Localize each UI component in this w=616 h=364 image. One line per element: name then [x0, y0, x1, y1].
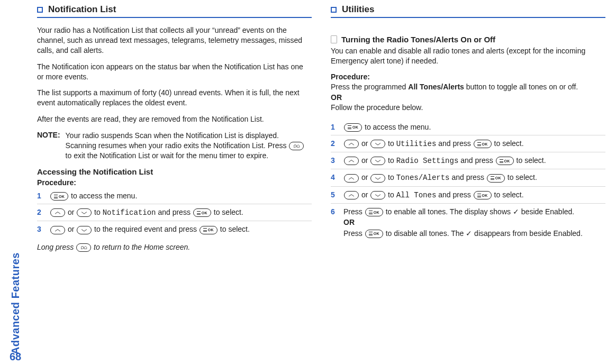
subheading-text: Turning the Radio Tones/Alerts On or Off	[341, 35, 495, 44]
menu-ok-key-icon: OK	[344, 123, 362, 132]
text-to: to	[386, 190, 396, 199]
or-label-inline: OR	[343, 218, 355, 226]
text-b: button to toggle all tones on or off.	[464, 83, 578, 91]
step-body: OK to access the menu.	[50, 190, 312, 201]
step-row: 4 or to Tones/Alerts and press OK to sel…	[331, 169, 605, 186]
paragraph: After the events are read, they are remo…	[37, 114, 312, 124]
footer-a: Long press	[37, 243, 76, 251]
note-label: NOTE:	[37, 131, 60, 161]
step-row: 2 or to Notification and press OK to sel…	[37, 204, 312, 221]
note-text-b: to exit the Notification List or wait fo…	[66, 151, 269, 160]
step-number: 3	[37, 224, 44, 234]
page-number: 68	[10, 351, 21, 363]
text-or: or	[359, 173, 370, 181]
footer-b: to return to the Home screen.	[92, 243, 190, 251]
menu-ok-key-icon: OK	[487, 174, 505, 183]
left-column: Notification List Your radio has a Notif…	[37, 3, 312, 359]
step-number: 4	[331, 172, 338, 183]
text-c: beside Enabled.	[519, 207, 574, 216]
step-text: to access the menu.	[69, 192, 137, 200]
text-a: Press	[343, 207, 365, 216]
step-row: 5 or to All Tones and press OK to select…	[331, 187, 605, 204]
text-or: or	[359, 156, 370, 165]
down-key-icon	[77, 208, 92, 217]
step-text: to access the menu.	[363, 123, 431, 131]
step-body: Press OK to enable all tones. The displa…	[343, 206, 605, 239]
step-row: 1 OK to access the menu.	[37, 188, 312, 204]
text-to: to	[386, 139, 396, 148]
checkmark-icon: ✓	[513, 207, 519, 216]
text-press: and press	[458, 156, 495, 165]
step-row: 2 or to Utilities and press OK to select…	[331, 135, 605, 152]
document-icon	[331, 35, 337, 43]
text-end: to select.	[492, 190, 524, 199]
down-key-icon	[370, 157, 385, 165]
or-label: OR	[331, 93, 605, 102]
text-press: and press	[436, 139, 473, 148]
procedure-intro: Press the programmed All Tones/Alerts bu…	[331, 82, 605, 92]
menu-ok-key-icon: OK	[50, 192, 68, 201]
paragraph: The Notification icon appears on the sta…	[37, 62, 312, 82]
text-or: or	[359, 139, 370, 148]
back-home-key-icon	[289, 142, 304, 150]
text-to: to	[386, 156, 396, 165]
menu-ok-key-icon: OK	[365, 230, 383, 238]
step-body: or to Utilities and press OK to select.	[343, 138, 605, 149]
step-row: 6 Press OK to enable all tones. The disp…	[331, 204, 605, 241]
step-row: 1 OK to access the menu.	[331, 119, 605, 135]
step-number: 1	[37, 190, 44, 201]
text-mid: to the required event and press	[92, 225, 199, 233]
down-key-icon	[370, 140, 385, 148]
step-number: 2	[331, 138, 338, 149]
step-body: or to All Tones and press OK to select.	[343, 189, 605, 201]
menu-ok-key-icon: OK	[474, 191, 492, 199]
menu-target: Utilities	[396, 140, 437, 148]
bold-label: All Tones/Alerts	[408, 83, 464, 91]
text-f: disappears from beside Enabled.	[472, 229, 583, 238]
square-bullet-icon	[37, 7, 43, 13]
paragraph: The list supports a maximum of forty (40…	[37, 88, 312, 108]
procedure-label: Procedure:	[37, 178, 312, 187]
menu-ok-key-icon: OK	[496, 157, 514, 165]
menu-target: Radio Settings	[396, 157, 459, 165]
step-body: OK to access the menu.	[343, 122, 605, 132]
note-body: Your radio suspends Scan when the Notifi…	[66, 131, 312, 161]
section-heading-utilities: Utilities	[331, 4, 605, 18]
text-d: Press	[343, 229, 365, 238]
text-end: to select.	[492, 139, 524, 148]
section-heading-notification-list: Notification List	[37, 4, 312, 18]
text-press: and press	[450, 173, 486, 181]
step-row: 3 or to the required event and press OK …	[37, 221, 312, 237]
text-press: and press	[156, 208, 193, 216]
text-end: to select.	[212, 208, 243, 216]
menu-ok-key-icon: OK	[365, 208, 383, 216]
step-body: or to Notification and press OK to selec…	[50, 207, 312, 218]
step-row: 3 or to Radio Settings and press OK to s…	[331, 152, 605, 169]
section-title: Notification List	[48, 4, 116, 15]
back-home-key-icon	[76, 243, 91, 252]
subheading-tones: Turning the Radio Tones/Alerts On or Off	[331, 35, 605, 44]
text-to: to	[386, 173, 396, 181]
text-end: to select.	[218, 225, 250, 233]
up-key-icon	[344, 174, 359, 183]
down-key-icon	[370, 191, 385, 199]
paragraph: Your radio has a Notification List that …	[37, 25, 312, 56]
page-content: Notification List Your radio has a Notif…	[0, 0, 616, 364]
note-text-a: Your radio suspends Scan when the Notifi…	[66, 131, 289, 150]
square-bullet-icon	[331, 7, 337, 13]
checkmark-icon: ✓	[466, 229, 472, 238]
text-e: to disable all tones. The	[384, 229, 466, 238]
section-title: Utilities	[342, 4, 374, 15]
up-key-icon	[50, 208, 65, 217]
menu-ok-key-icon: OK	[193, 208, 211, 217]
menu-ok-key-icon: OK	[474, 140, 492, 148]
menu-target: Notification	[103, 208, 156, 217]
right-column: Utilities Turning the Radio Tones/Alerts…	[331, 3, 605, 359]
text-to: to	[92, 208, 102, 216]
paragraph: You can enable and disable all radio ton…	[331, 46, 605, 66]
down-key-icon	[370, 174, 385, 183]
text-or: or	[66, 225, 76, 233]
procedure-follow: Follow the procedure below.	[331, 103, 605, 113]
step-body: or to the required event and press OK to…	[50, 224, 312, 234]
text-press: and press	[436, 190, 473, 199]
